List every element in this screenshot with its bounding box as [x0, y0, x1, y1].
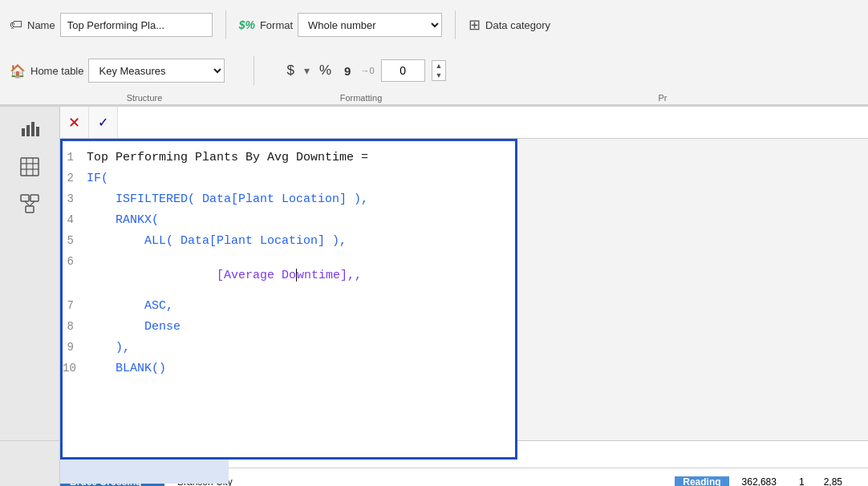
code-editor-box[interactable]: 1 Top Performing Plants By Avg Downtime … [60, 139, 517, 460]
code-line-8: 8 Dense [63, 318, 515, 339]
dropdown-arrow: ▾ [304, 64, 310, 77]
line-number-10: 10 [63, 362, 87, 375]
svg-rect-2 [31, 122, 34, 136]
code-line-4: 4 RANKX( [63, 212, 515, 233]
toolbar-row1: 🏷 Name $% Format Whole number Decimal nu… [0, 0, 868, 50]
reading-num1: 1 [789, 476, 814, 487]
decimal-spinner[interactable]: ▲ ▼ [432, 60, 447, 81]
svg-line-13 [30, 201, 34, 206]
main-content: BManu ✕ ✓ 1 Top Performing Plants By Avg… [0, 107, 868, 486]
code-editor[interactable]: 1 Top Performing Plants By Avg Downtime … [63, 141, 515, 457]
code-line-5: 5 ALL( Data[Plant Location] ), [63, 233, 515, 253]
formula-confirm-button[interactable]: ✓ [89, 107, 118, 138]
line-number-6: 6 [63, 255, 87, 268]
toolbar: 🏷 Name $% Format Whole number Decimal nu… [0, 0, 868, 107]
comma-subscript: →0 [360, 66, 374, 75]
code-line-1: 1 Top Performing Plants By Avg Downtime … [63, 149, 515, 170]
code-line-6: 6 [Average Downtime],, [63, 253, 515, 298]
format-buttons-group: $ ▾ % 9 →0 ▲ ▼ [283, 59, 446, 82]
sidebar-bar-chart-icon[interactable] [14, 115, 46, 145]
format-field: $% Format Whole number Decimal number Cu… [239, 13, 442, 37]
spinner-up[interactable]: ▲ [432, 61, 446, 71]
line-content-9: ), [87, 341, 515, 354]
divider3 [254, 56, 254, 85]
data-category-label: Data category [485, 19, 550, 31]
formula-cancel-button[interactable]: ✕ [60, 107, 89, 138]
section-headers: Structure Formatting Pr [0, 91, 868, 106]
code-line-2: 2 IF( [63, 170, 515, 191]
code-line-9: 9 ), [63, 339, 515, 360]
sidebar [0, 107, 60, 486]
line-number-8: 8 [63, 320, 87, 333]
format-select[interactable]: Whole number Decimal number Currency Per… [298, 13, 442, 37]
line-number-9: 9 [63, 341, 87, 354]
percent-button[interactable]: % [316, 61, 335, 80]
reading-value: 362,683 [729, 476, 789, 487]
home-table-field: 🏠 Home table Key Measures Data [10, 59, 225, 83]
name-field: 🏷 Name [10, 13, 213, 37]
name-label: Name [27, 19, 55, 31]
line-6-part1: [Average Do [159, 269, 296, 282]
svg-rect-3 [36, 127, 39, 136]
line-content-7: ASC, [87, 299, 515, 313]
line-content-8: Dense [87, 320, 515, 334]
toolbar-row2: 🏠 Home table Key Measures Data $ ▾ % 9 →… [0, 50, 868, 91]
code-line-7: 7 ASC, [63, 298, 515, 318]
format-label: Format [260, 19, 293, 31]
line-content-3: ISFILTERED( Data[Plant Location] ), [87, 192, 515, 206]
line-content-1: Top Performing Plants By Avg Downtime = [87, 151, 515, 164]
section-pr: Pr [481, 91, 868, 104]
svg-rect-9 [21, 195, 29, 201]
code-line-3: 3 ISFILTERED( Data[Plant Location] ), [63, 191, 515, 212]
line-number-3: 3 [63, 192, 87, 205]
svg-rect-4 [21, 158, 39, 176]
svg-rect-1 [26, 125, 30, 136]
name-input[interactable] [60, 13, 213, 37]
line-number-4: 4 [63, 213, 87, 226]
line-number-7: 7 [63, 299, 87, 312]
reading-label: Reading [675, 476, 728, 487]
format-icon: $% [239, 18, 255, 31]
line-content-6: [Average Downtime],, [87, 255, 515, 296]
home-table-label: Home table [30, 65, 83, 77]
reading-num2: 2,85 [814, 476, 852, 487]
line-content-10: BLANK() [87, 362, 515, 375]
section-formatting: Formatting [225, 91, 481, 104]
divider2 [455, 10, 456, 39]
line-content-2: IF( [87, 172, 515, 185]
data-category-icon: ⊞ [468, 16, 481, 34]
comma-button[interactable]: 9 [341, 63, 354, 79]
line-content-4: RANKX( [87, 213, 515, 227]
line-number-1: 1 [63, 151, 87, 164]
formula-bar: ✕ ✓ [60, 107, 868, 139]
currency-button[interactable]: $ [283, 61, 297, 80]
bottom-sidebar [0, 441, 60, 486]
line-6-part2: wntime],, [297, 269, 362, 282]
svg-line-12 [25, 201, 30, 206]
svg-rect-10 [30, 195, 39, 201]
divider1 [225, 10, 226, 39]
spinner-down[interactable]: ▼ [432, 71, 446, 80]
home-table-select[interactable]: Key Measures Data [88, 59, 225, 83]
data-category-field: ⊞ Data category [468, 16, 550, 34]
svg-rect-11 [26, 206, 34, 213]
line-number-2: 2 [63, 172, 87, 184]
name-icon: 🏷 [10, 18, 22, 32]
sidebar-table-icon[interactable] [14, 152, 46, 182]
decimal-input[interactable] [381, 59, 425, 82]
home-icon: 🏠 [10, 63, 26, 79]
reading-section: Reading 362,683 1 2,85 [521, 476, 869, 487]
section-structure: Structure [0, 91, 225, 104]
svg-rect-0 [22, 128, 25, 136]
line-number-5: 5 [63, 234, 87, 247]
sidebar-model-icon[interactable] [14, 188, 46, 219]
code-line-10: 10 BLANK() [63, 360, 515, 381]
line-content-5: ALL( Data[Plant Location] ), [87, 234, 515, 248]
